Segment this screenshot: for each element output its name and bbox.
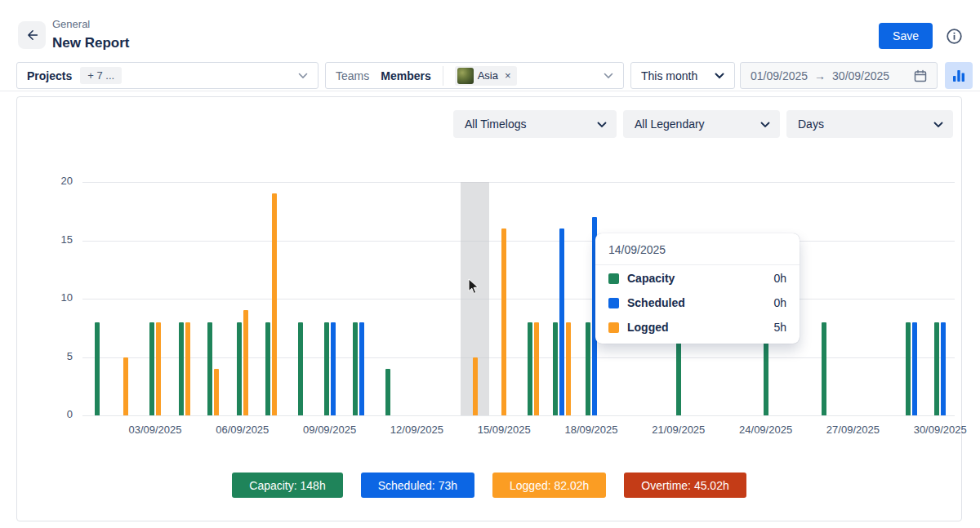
chart-bar-capacity[interactable] [934,322,939,415]
chart-bar-capacity[interactable] [822,322,826,415]
legend-capacity-button[interactable]: Capacity: 148h [232,473,342,498]
tooltip-series-value: 0h [773,272,786,285]
back-arrow-icon [24,28,39,42]
team-tag-asia[interactable]: Asia × [455,66,517,86]
gridline [82,241,955,242]
chart-bar-capacity[interactable] [265,322,270,415]
date-range-picker[interactable]: 01/09/2025 → 30/09/2025 [740,62,938,89]
chart-bar-capacity[interactable] [586,322,590,415]
tooltip-series-value: 0h [773,296,786,309]
period-label: This month [641,69,697,82]
chart-bar-capacity[interactable] [353,322,358,415]
y-axis-label: 20 [40,175,73,187]
chart-bar-capacity[interactable] [149,322,154,415]
selected-team-tags: Asia × [443,66,517,86]
chart-bar-logged[interactable] [243,310,248,415]
period-select[interactable]: This month [630,62,735,89]
legend-logged-button[interactable]: Logged: 82.02h [492,473,606,498]
filter-bar: Projects + 7 ... Teams Members Asia × Th… [0,62,980,91]
tooltip-series-label: Logged [627,321,669,334]
series-swatch [608,298,619,308]
tooltip-row: Capacity0h [595,265,800,290]
y-axis-label: 5 [40,350,73,362]
chart-bar-capacity[interactable] [179,322,184,415]
teams-tab[interactable]: Teams [336,69,369,82]
chevron-down-icon [760,118,770,131]
y-axis-label: 10 [40,291,73,304]
chart-bar-logged[interactable] [272,193,277,415]
chart-bar-capacity[interactable] [385,369,390,415]
x-axis-label: 18/09/2025 [564,424,617,436]
chart-bar-capacity[interactable] [298,322,303,415]
team-avatar [457,68,474,84]
x-axis-label: 24/09/2025 [739,424,792,436]
chart-bar-logged[interactable] [534,322,539,415]
gridline [82,299,955,299]
chart-bar-scheduled[interactable] [941,322,946,415]
projects-more-chip[interactable]: + 7 ... [80,67,122,84]
tooltip-series-label: Capacity [627,272,675,285]
x-axis-label: 30/09/2025 [914,424,967,436]
chart-bar-logged[interactable] [123,357,128,416]
x-axis-label: 15/09/2025 [478,424,531,436]
granularity-select-value: Days [798,118,824,131]
members-tab[interactable]: Members [381,69,430,82]
team-tag-label: Asia [478,69,498,82]
chart-bar-logged[interactable] [214,369,219,415]
date-range-arrow: → [814,69,826,82]
tooltip-series-value: 5h [773,321,786,334]
bar-chart: 0510152003/09/202506/09/202509/09/202512… [82,182,955,415]
chart-bar-capacity[interactable] [237,322,242,415]
chart-bar-capacity[interactable] [207,322,212,415]
tooltip-row: Logged5h [595,314,800,339]
timelogs-select[interactable]: All Timelogs [453,110,617,138]
x-axis-label: 09/09/2025 [303,424,356,436]
chart-bar-logged[interactable] [566,322,571,415]
tooltip-row: Scheduled0h [595,290,800,314]
granularity-select[interactable]: Days [786,110,953,138]
info-button[interactable] [944,26,964,46]
chevron-down-icon [933,118,943,131]
legendary-select[interactable]: All Legendary [623,110,780,138]
legend-overtime-button[interactable]: Overtime: 45.02h [624,473,746,498]
chart-bar-scheduled[interactable] [331,322,336,415]
info-icon [946,28,963,45]
chart-bar-logged[interactable] [156,322,161,415]
timelogs-select-value: All Timelogs [465,118,526,131]
legendary-select-value: All Legendary [635,118,705,131]
chart-view-button[interactable] [945,62,973,89]
chart-bar-logged[interactable] [473,357,478,416]
breadcrumb: General [52,18,90,30]
legend-scheduled-button[interactable]: Scheduled: 73h [361,473,474,498]
chart-bar-capacity[interactable] [324,322,329,415]
chart-bar-capacity[interactable] [95,322,100,415]
projects-filter[interactable]: Projects + 7 ... [16,62,318,89]
mouse-cursor-icon [468,278,479,298]
projects-filter-label: Projects [27,69,72,82]
chart-bar-capacity[interactable] [528,322,532,415]
chart-bar-scheduled[interactable] [359,322,364,415]
tooltip-rows: Capacity0hScheduled0hLogged5h [595,265,800,339]
series-swatch [608,322,619,333]
date-to[interactable]: 30/09/2025 [832,69,889,82]
chart-bar-capacity[interactable] [553,322,558,415]
back-button[interactable] [18,21,46,49]
date-from[interactable]: 01/09/2025 [751,69,808,82]
chevron-down-icon [715,73,724,79]
chart-bar-scheduled[interactable] [912,322,917,415]
chart-bar-logged[interactable] [501,229,506,415]
x-axis-label: 12/09/2025 [390,424,443,436]
chart-legend: Capacity: 148hScheduled: 73hLogged: 82.0… [17,473,961,498]
y-axis-label: 15 [40,233,73,246]
page-title: New Report [52,35,129,51]
chart-bar-scheduled[interactable] [559,229,564,415]
chevron-down-icon [597,118,607,131]
chart-bar-capacity[interactable] [906,322,911,415]
teams-members-filter[interactable]: Teams Members Asia × [325,62,624,89]
chart-bar-logged[interactable] [185,322,190,415]
chart-tooltip: 14/09/2025 Capacity0hScheduled0hLogged5h [595,233,800,344]
remove-tag-icon[interactable]: × [505,70,511,81]
x-axis-label: 06/09/2025 [216,424,269,436]
x-axis-label: 21/09/2025 [652,424,705,436]
save-button[interactable]: Save [879,23,933,49]
